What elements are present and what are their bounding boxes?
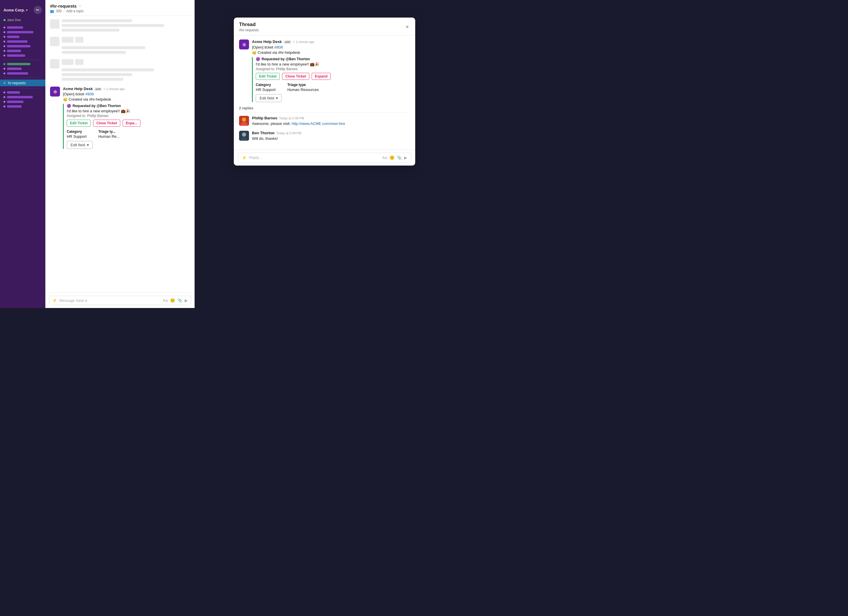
app-avatar: ⊕: [239, 40, 249, 49]
skeleton-line: [62, 68, 154, 71]
sidebar-nav: # hr-requests: [0, 24, 45, 110]
status-dot: [3, 31, 5, 33]
ticket-assigned: Assigned to: Phillip Barnes: [67, 114, 190, 118]
sender-name: Acme Help Desk: [252, 40, 282, 44]
message-input[interactable]: Message #ask-it: [59, 298, 160, 303]
expand-button[interactable]: Expand: [311, 73, 331, 80]
ticket-actions: Edit Ticket Close Ticket Expand: [256, 73, 410, 80]
emoji-icon[interactable]: 🙂: [170, 298, 175, 303]
ticket-card: 🟣 Requested by @Ben Thorton I'd like to …: [252, 57, 410, 102]
sidebar-item-bar: [7, 91, 20, 93]
expand-button[interactable]: Expa...: [123, 120, 141, 127]
sidebar-item[interactable]: [0, 30, 45, 34]
ticket-requester: 🟣 Requested by @Ben Thorton: [256, 57, 410, 61]
ticket-link[interactable]: #808: [274, 45, 283, 49]
compose-button[interactable]: ✏: [34, 6, 42, 14]
close-thread-button[interactable]: ×: [405, 23, 410, 31]
ticket-body: I'd like to hire a new employee!! 💼🎉: [67, 109, 190, 113]
status-dot: [3, 36, 5, 38]
category-col: Category HR Support: [256, 83, 276, 92]
reply-input[interactable]: Reply...: [249, 155, 380, 160]
attach-icon[interactable]: 📎: [177, 298, 182, 303]
sidebar-item[interactable]: [0, 104, 45, 109]
sidebar-item[interactable]: [0, 25, 45, 30]
send-icon[interactable]: ▶: [404, 155, 407, 160]
reply-header: Ben Thorton Today at 2:49 PM: [252, 131, 410, 135]
add-topic[interactable]: Add a topic: [66, 9, 84, 13]
sidebar-item[interactable]: [0, 67, 45, 71]
sidebar-item-bar: [7, 26, 23, 29]
sidebar-divider: [3, 77, 42, 78]
send-icon[interactable]: ▶: [185, 298, 188, 303]
sidebar-item[interactable]: [0, 53, 45, 58]
skeleton-line: [62, 24, 164, 27]
skeleton-avatar: [50, 37, 59, 46]
attach-icon[interactable]: 📎: [397, 155, 402, 160]
user-avatar-ben: [239, 131, 249, 141]
sidebar-item[interactable]: [0, 90, 45, 95]
text-format-icon[interactable]: Aa: [382, 155, 387, 160]
star-icon[interactable]: ☆: [79, 4, 82, 8]
edit-field-button[interactable]: Edit field ▾: [67, 141, 93, 149]
skeleton-lines: [62, 37, 190, 56]
ticket-link[interactable]: #808: [86, 92, 94, 96]
close-ticket-button[interactable]: Close Ticket: [282, 73, 309, 80]
main-channel: #hr-requests ☆ 👥 300 | Add a topic: [45, 0, 194, 308]
sidebar-item[interactable]: [0, 39, 45, 44]
thread-reply-content: Phillip Barnes Today at 2:48 PM Awesome,…: [252, 116, 410, 126]
chevron-down-icon: ▾: [276, 96, 278, 100]
sidebar-item[interactable]: [0, 99, 45, 104]
category-value: HR Support: [67, 134, 87, 139]
sidebar-item[interactable]: [0, 62, 45, 67]
sidebar-item[interactable]: [0, 44, 45, 49]
message-input-area: ⚡ Message #ask-it Aa 🙂 📎 ▶: [45, 293, 194, 308]
sidebar-item-bar: [7, 55, 25, 57]
workspace-selector[interactable]: Acme Corp. ▾: [3, 8, 28, 12]
thread-reply-2: Ben Thorton Today at 2:49 PM Will do, th…: [239, 131, 410, 141]
requester-name: Requested by @Ben Thorton: [73, 104, 121, 108]
sidebar-item[interactable]: [0, 71, 45, 76]
reply-time: Today at 2:49 PM: [276, 131, 301, 135]
sidebar-item[interactable]: [0, 95, 45, 99]
skeleton-line: [62, 19, 132, 22]
sidebar-item-hr-requests[interactable]: # hr-requests: [0, 80, 45, 86]
sender-name: Acme Help Desk: [63, 87, 93, 91]
status-dot: [3, 63, 5, 65]
skeleton-line: [62, 59, 73, 65]
reply-link[interactable]: http://www.ACME.com/new-hire: [292, 121, 345, 126]
skeleton-line: [62, 73, 132, 76]
user-avatar-phillip: [239, 116, 249, 126]
ticket-body: I'd like to hire a new employee!! 💼🎉: [256, 62, 410, 67]
text-format-icon[interactable]: Aa: [163, 298, 168, 303]
channel-subtitle: 👥 300 | Add a topic: [50, 9, 190, 13]
skeleton-line: [75, 59, 83, 65]
status-dot: [3, 68, 5, 70]
thread-body: ⊕ Acme Help Desk APP < 1 minute ago [Ope…: [234, 36, 415, 150]
ticket-meta: Category HR Support Triage type Human Re…: [256, 83, 410, 92]
edit-field-button[interactable]: Edit field ▾: [256, 94, 282, 102]
category-value: HR Support: [256, 87, 276, 92]
sidebar-item-bar: [7, 63, 30, 65]
status-dot: [3, 105, 5, 107]
thread-title-group: Thread #hr-requests: [239, 22, 259, 32]
avatar-image: [239, 131, 249, 141]
edit-ticket-button[interactable]: Edit Ticket: [67, 120, 91, 127]
thread-input-box: ⚡ Reply... Aa 🙂 📎 ▶: [238, 153, 411, 163]
members-icon: 👥: [50, 9, 54, 13]
triage-col: Triage ty... Human Re...: [98, 130, 120, 139]
ticket-actions: Edit Ticket Close Ticket Expa...: [67, 120, 190, 127]
status-dot: [3, 45, 5, 47]
reply-text: Awesome, please visit: http://www.ACME.c…: [252, 121, 410, 126]
sidebar-item-bar: [7, 105, 22, 108]
sidebar-item[interactable]: [0, 49, 45, 53]
thread-header: Thread #hr-requests ×: [234, 18, 415, 36]
app-badge: APP: [94, 87, 102, 91]
requester-name: Requested by @Ben Thorton: [262, 57, 310, 61]
close-ticket-button[interactable]: Close Ticket: [93, 120, 120, 127]
message-text: [Open] ticket #808: [63, 92, 190, 97]
emoji-icon[interactable]: 🙂: [390, 155, 394, 160]
requester-icon: 🟣: [256, 57, 260, 61]
sidebar-item[interactable]: [0, 34, 45, 39]
skeleton-avatar: [50, 59, 59, 68]
edit-ticket-button[interactable]: Edit Ticket: [256, 73, 280, 80]
